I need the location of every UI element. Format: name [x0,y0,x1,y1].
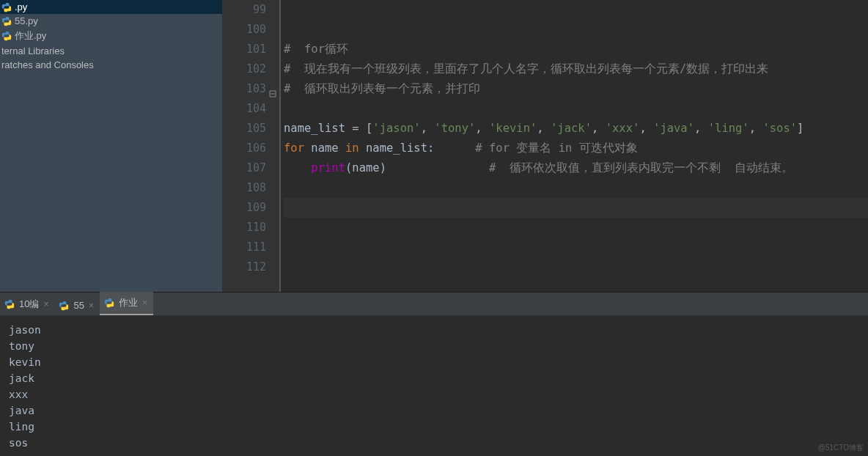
code-line[interactable] [284,218,868,238]
line-number: 99 [222,0,266,20]
close-icon[interactable]: × [89,301,94,311]
line-number: 107 [222,158,266,178]
code-line[interactable]: name_list = ['jason', 'tony', 'kevin', '… [284,119,868,139]
line-number: 109 [222,198,266,218]
code-line[interactable] [284,257,868,277]
python-icon [59,301,69,311]
line-number: 108 [222,178,266,198]
code-line[interactable]: # 现在我有一个班级列表，里面存了几个人名字，循环取出列表每一个元素/数据，打印… [284,59,868,79]
tree-item-label: 作业.py [15,29,46,43]
line-number: 112 [222,257,266,277]
line-number: 106 [222,139,266,158]
tree-item-label: .py [15,1,27,12]
code-editor[interactable]: 9910010110210310410510610710810911011111… [222,0,868,292]
line-number: 104 [222,99,266,119]
tree-item[interactable]: 作业.py [0,28,222,44]
close-icon[interactable]: × [43,299,48,309]
tree-item[interactable]: .py [0,0,222,14]
code-line[interactable]: # for循环 [284,40,868,59]
run-output: jason tony kevin jack xxx java ling sos [0,316,868,451]
close-icon[interactable]: × [142,298,147,308]
tree-item[interactable]: ternal Libraries [0,44,222,58]
code-line[interactable] [284,20,868,40]
code-line[interactable] [284,178,868,198]
python-icon [4,299,15,309]
watermark: @51CTO博客 [818,443,864,453]
line-gutter: 9910010110210310410510610710810911011111… [222,0,281,292]
run-panel: 10编 ×55 ×作业 × jason tony kevin jack xxx … [0,292,868,456]
project-tree[interactable]: .py55.py作业.pyternal Librariesratches and… [0,0,222,292]
tree-item-label: 55.py [15,15,38,26]
python-icon [1,31,12,41]
run-tab-label: 作业 [119,296,138,309]
code-line[interactable]: print(name) # 循环依次取值，直到列表内取完一个不剩 自动结束。 [284,158,868,178]
run-tab[interactable]: 55 × [54,295,99,315]
line-number: 105 [222,119,266,139]
tree-item[interactable]: ratches and Consoles [0,58,222,72]
run-tabs[interactable]: 10编 ×55 ×作业 × [0,293,868,316]
tree-item[interactable]: 55.py [0,14,222,28]
line-number: 102 [222,59,266,79]
code-line[interactable] [284,99,868,119]
run-tab-label: 10编 [19,298,39,311]
python-icon [1,2,12,12]
code-area[interactable]: # for循环# 现在我有一个班级列表，里面存了几个人名字，循环取出列表每一个元… [281,0,868,292]
line-number: 111 [222,238,266,257]
code-line[interactable]: for name in name_list: # for 变量名 in 可迭代对… [284,139,868,158]
code-line[interactable] [284,238,868,257]
line-number: 110 [222,218,266,238]
line-number: 100 [222,20,266,40]
python-icon [104,298,114,308]
code-line[interactable] [284,198,868,218]
line-number: 103 [222,79,266,99]
run-tab[interactable]: 作业 × [100,292,153,315]
code-line[interactable]: # 循环取出列表每一个元素，并打印 [284,79,868,99]
run-tab[interactable]: 10编 × [0,293,54,315]
run-tab-label: 55 [73,300,84,311]
tree-item-label: ratches and Consoles [1,59,94,70]
tree-item-label: ternal Libraries [1,45,65,56]
fold-icon[interactable] [269,84,276,92]
line-number: 101 [222,40,266,59]
python-icon [1,16,12,26]
code-line[interactable] [284,0,868,20]
